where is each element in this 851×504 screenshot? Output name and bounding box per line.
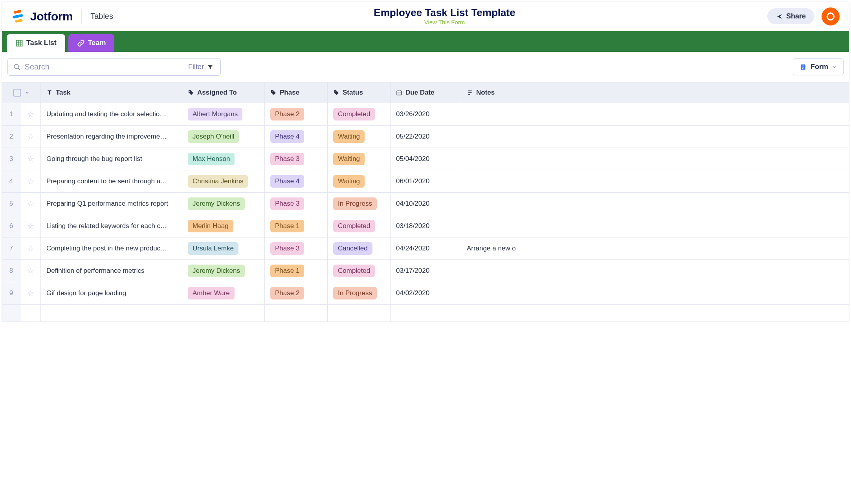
assigned-cell[interactable]: Jeremy Dickens — [182, 193, 265, 215]
notes-cell[interactable] — [461, 148, 849, 170]
col-task[interactable]: Task — [41, 82, 182, 103]
star-cell[interactable]: ☆ — [20, 215, 41, 237]
star-cell[interactable]: ☆ — [20, 148, 41, 170]
notes-cell[interactable] — [461, 193, 849, 215]
table-row[interactable]: 7☆Completing the post in the new produc…… — [2, 237, 849, 260]
task-cell[interactable]: Listing the related keywords for each c… — [41, 215, 182, 237]
col-phase[interactable]: Phase — [265, 82, 328, 103]
task-cell[interactable]: Preparing content to be sent through a… — [41, 170, 182, 193]
star-icon[interactable]: ☆ — [27, 155, 34, 163]
star-cell[interactable]: ☆ — [20, 170, 41, 193]
table-row[interactable]: 5☆Preparing Q1 performance metrics repor… — [2, 193, 849, 215]
notes-cell[interactable]: Arrange a new o — [461, 237, 849, 260]
header-select[interactable] — [2, 82, 41, 103]
task-cell[interactable]: Completing the post in the new produc… — [41, 237, 182, 260]
due-cell[interactable]: 05/22/2020 — [391, 126, 461, 148]
star-cell[interactable]: ☆ — [20, 260, 41, 282]
assigned-cell[interactable]: Jeremy Dickens — [182, 260, 265, 282]
brand-block[interactable]: Jotform — [11, 9, 82, 24]
due-cell[interactable]: 03/26/2020 — [391, 103, 461, 126]
phase-cell[interactable]: Phase 2 — [265, 103, 328, 126]
col-notes[interactable]: Notes — [461, 82, 849, 103]
nav-tables[interactable]: Tables — [82, 12, 122, 21]
task-cell[interactable]: Going through the bug report list — [41, 148, 182, 170]
star-cell[interactable]: ☆ — [20, 103, 41, 126]
table-row[interactable]: 4☆Preparing content to be sent through a… — [2, 170, 849, 193]
phase-cell[interactable]: Phase 1 — [265, 260, 328, 282]
notes-cell[interactable] — [461, 103, 849, 126]
due-cell[interactable]: 04/02/2020 — [391, 282, 461, 305]
task-cell[interactable]: Presentation regarding the improveme… — [41, 126, 182, 148]
task-cell[interactable]: Updating and testing the color selectio… — [41, 103, 182, 126]
status-cell[interactable]: Completed — [328, 103, 391, 126]
status-cell[interactable]: Waiting — [328, 126, 391, 148]
phase-cell[interactable]: Phase 4 — [265, 170, 328, 193]
due-cell[interactable]: 04/10/2020 — [391, 193, 461, 215]
status-cell[interactable]: In Progress — [328, 193, 391, 215]
col-status[interactable]: Status — [328, 82, 391, 103]
status-cell[interactable]: Waiting — [328, 148, 391, 170]
due-cell[interactable]: 03/17/2020 — [391, 260, 461, 282]
status-cell[interactable]: Completed — [328, 260, 391, 282]
share-button[interactable]: Share — [767, 8, 814, 24]
table-row[interactable]: 9☆Gif design for page loadingAmber WareP… — [2, 282, 849, 305]
star-icon[interactable]: ☆ — [27, 222, 34, 230]
notes-cell[interactable] — [461, 282, 849, 305]
phase-cell[interactable]: Phase 3 — [265, 237, 328, 260]
tab-task-list[interactable]: Task List — [7, 34, 65, 52]
select-all-checkbox[interactable] — [13, 89, 21, 97]
status-cell[interactable]: Completed — [328, 215, 391, 237]
status-cell[interactable]: Cancelled — [328, 237, 391, 260]
star-icon[interactable]: ☆ — [27, 177, 34, 186]
phase-cell[interactable]: Phase 1 — [265, 215, 328, 237]
chevron-down-icon[interactable] — [24, 90, 30, 95]
task-cell[interactable]: Definition of performance metrics — [41, 260, 182, 282]
empty-row[interactable] — [2, 305, 849, 322]
assigned-cell[interactable]: Christina Jenkins — [182, 170, 265, 193]
col-assigned[interactable]: Assigned To — [182, 82, 265, 103]
search-input[interactable] — [25, 62, 175, 71]
notes-cell[interactable] — [461, 170, 849, 193]
table-row[interactable]: 3☆Going through the bug report listMax H… — [2, 148, 849, 170]
assigned-cell[interactable]: Merlin Haag — [182, 215, 265, 237]
status-cell[interactable]: In Progress — [328, 282, 391, 305]
star-icon[interactable]: ☆ — [27, 289, 34, 298]
search-box[interactable] — [8, 58, 181, 75]
assigned-cell[interactable]: Albert Morgans — [182, 103, 265, 126]
assigned-cell[interactable]: Joseph O'neill — [182, 126, 265, 148]
due-cell[interactable]: 03/18/2020 — [391, 215, 461, 237]
star-cell[interactable]: ☆ — [20, 193, 41, 215]
phase-cell[interactable]: Phase 2 — [265, 282, 328, 305]
assigned-cell[interactable]: Amber Ware — [182, 282, 265, 305]
notes-cell[interactable] — [461, 260, 849, 282]
view-form-link[interactable]: View This Form — [424, 19, 465, 26]
star-icon[interactable]: ☆ — [27, 199, 34, 208]
star-icon[interactable]: ☆ — [27, 244, 34, 253]
col-due[interactable]: Due Date — [391, 82, 461, 103]
avatar[interactable] — [822, 7, 840, 26]
status-cell[interactable]: Waiting — [328, 170, 391, 193]
assigned-cell[interactable]: Ursula Lemke — [182, 237, 265, 260]
star-cell[interactable]: ☆ — [20, 126, 41, 148]
assigned-cell[interactable]: Max Henson — [182, 148, 265, 170]
star-icon[interactable]: ☆ — [27, 267, 34, 275]
table-row[interactable]: 8☆Definition of performance metricsJerem… — [2, 260, 849, 282]
notes-cell[interactable] — [461, 215, 849, 237]
phase-cell[interactable]: Phase 3 — [265, 193, 328, 215]
star-cell[interactable]: ☆ — [20, 282, 41, 305]
table-row[interactable]: 6☆Listing the related keywords for each … — [2, 215, 849, 237]
phase-cell[interactable]: Phase 3 — [265, 148, 328, 170]
table-row[interactable]: 1☆Updating and testing the color selecti… — [2, 103, 849, 126]
table-row[interactable]: 2☆Presentation regarding the improveme…J… — [2, 126, 849, 148]
task-cell[interactable]: Gif design for page loading — [41, 282, 182, 305]
notes-cell[interactable] — [461, 126, 849, 148]
task-cell[interactable]: Preparing Q1 performance metrics report — [41, 193, 182, 215]
star-icon[interactable]: ☆ — [27, 110, 34, 119]
star-cell[interactable]: ☆ — [20, 237, 41, 260]
due-cell[interactable]: 06/01/2020 — [391, 170, 461, 193]
due-cell[interactable]: 04/24/2020 — [391, 237, 461, 260]
star-icon[interactable]: ☆ — [27, 132, 34, 141]
due-cell[interactable]: 05/04/2020 — [391, 148, 461, 170]
phase-cell[interactable]: Phase 4 — [265, 126, 328, 148]
tab-team[interactable]: Team — [68, 34, 115, 52]
